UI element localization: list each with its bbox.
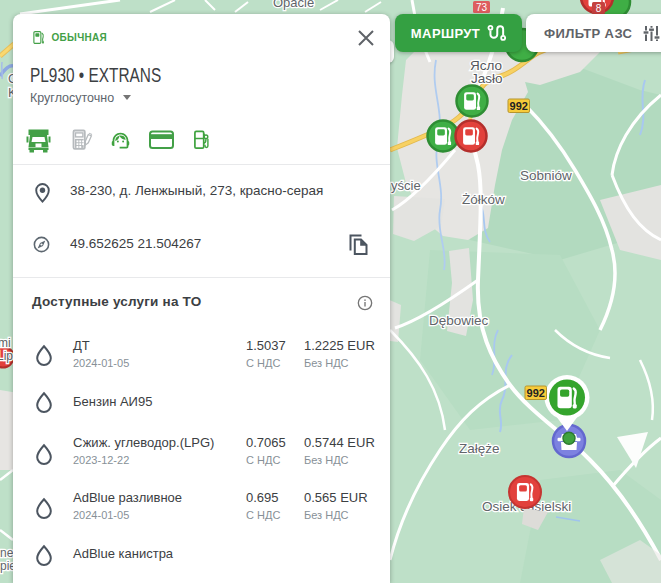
svg-text:Załęże: Załęże <box>459 441 500 456</box>
svg-text:992: 992 <box>527 387 545 399</box>
svg-text:mi: mi <box>0 336 11 350</box>
svg-text:Żółków: Żółków <box>462 192 505 207</box>
svg-text:8: 8 <box>596 3 602 14</box>
svg-text:73: 73 <box>476 2 488 13</box>
svg-text:yście: yście <box>391 178 421 193</box>
svg-text:Opacie: Opacie <box>273 0 314 10</box>
svg-text:992: 992 <box>510 100 528 112</box>
svg-text:ne: ne <box>0 546 14 560</box>
svg-text:Jasło: Jasło <box>471 71 503 86</box>
svg-text:Sobniów: Sobniów <box>520 168 572 183</box>
svg-text:Dębowiec: Dębowiec <box>429 313 489 328</box>
svg-text:Lip: Lip <box>0 349 13 363</box>
